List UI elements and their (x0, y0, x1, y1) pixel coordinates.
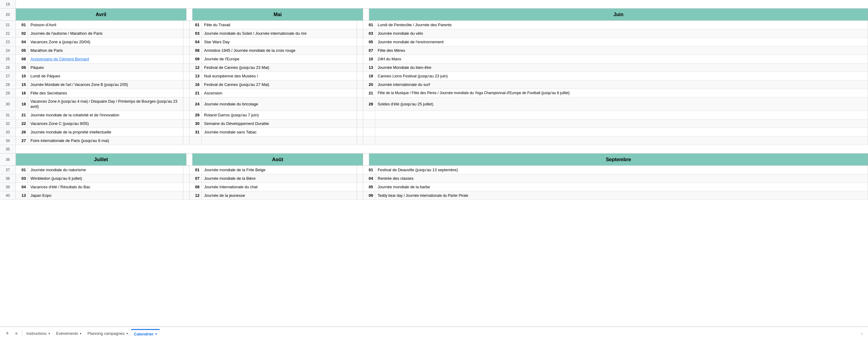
row-21: 21 01 Poisson d'Avril 01 Fête du Travail… (0, 21, 868, 29)
row-24: 24 05 Marathon de Paris 08 Armistice 194… (0, 46, 868, 55)
juin-header: Juin (369, 8, 868, 21)
avril-header: Avril (16, 8, 186, 21)
mai-day-1: 01 (189, 21, 202, 29)
sheet-menu-button[interactable]: ≡ (12, 329, 21, 338)
spreadsheet-container: 19 20 Avril Mai Juin 21 01 Poisson d'Avr… (0, 0, 868, 340)
row-37: 37 01 Journée mondiale du naturisme 01 J… (0, 166, 868, 174)
row-40: 40 13 Japan Expo 12 Journée de la jeunes… (0, 191, 868, 200)
link-anniversaire[interactable]: Anniversaire de Clément Bernard (28, 55, 183, 63)
row-27: 27 10 Lundi de Pâques 13 Nuit européenne… (0, 72, 868, 81)
menu-icon: ≡ (15, 331, 18, 336)
tab-evenements-label: Evénements (56, 331, 78, 336)
juin-event-1: Lundi de Pentecôte / Journée des Parents (375, 21, 868, 29)
tab-planning-arrow: ▾ (126, 332, 128, 335)
tab-evenements-arrow: ▾ (80, 332, 81, 335)
tab-calendrier-arrow: ▾ (155, 332, 157, 336)
row-35: 35 (0, 145, 868, 154)
row-number-20: 20 (0, 8, 16, 21)
row-23: 23 04 Vacances Zone a (jusqu'au 20/04) 0… (0, 38, 868, 46)
gap1 (186, 8, 192, 21)
row-36: 36 Juillet Août Septembre (0, 154, 868, 166)
separator (22, 331, 22, 337)
row-38: 38 03 Wimbledon (jusqu'au 6 juillet) 07 … (0, 174, 868, 183)
row-31: 31 21 Journée mondiale de la créativité … (0, 111, 868, 119)
row-number-21: 21 (0, 21, 16, 29)
juillet-header: Juillet (16, 154, 186, 165)
row-39: 39 04 Vacances d'été / Résultats du Bac … (0, 183, 868, 191)
bottom-bar: + ≡ Instructions ▾ Evénements ▾ Planning… (0, 327, 868, 340)
tab-planning-label: Planning campagnes (87, 331, 124, 336)
tab-evenements[interactable]: Evénements ▾ (53, 329, 84, 338)
add-sheet-button[interactable]: + (2, 329, 12, 338)
mai-header: Mai (192, 8, 363, 21)
row-32: 32 22 Vacances Zone C (jusqu'au 9/05) 30… (0, 119, 868, 128)
tab-instructions-label: Instructions (27, 331, 46, 336)
row-26: 26 09 Pâques 12 Festival de Cannes (jusq… (0, 63, 868, 72)
gap2 (363, 8, 369, 21)
row-19: 19 (0, 0, 868, 8)
sheet-scroll-right[interactable]: › (858, 330, 866, 337)
avril-event-1: Poisson d'Avril (28, 21, 183, 29)
row-34: 34 27 Foire internationale de Paris (jus… (0, 136, 868, 145)
tab-calendrier[interactable]: Calendrier ▾ (131, 329, 160, 338)
row-19-content (16, 0, 868, 8)
remaining-space (0, 200, 868, 327)
row-29: 29 16 Fête des Secrétaires 21 Ascension … (0, 89, 868, 97)
tab-planning[interactable]: Planning campagnes ▾ (84, 329, 131, 338)
row-20: 20 Avril Mai Juin (0, 8, 868, 21)
row-30: 30 18 Vacances Zone A (jusqu'au 4 mai) /… (0, 97, 868, 111)
septembre-header: Septembre (369, 154, 868, 165)
grid-wrapper: 19 20 Avril Mai Juin 21 01 Poisson d'Avr… (0, 0, 868, 327)
row-33: 33 26 Journée mondiale de la propriété i… (0, 128, 868, 136)
row-28: 28 15 Journée Mondiale de l'art / Vacanc… (0, 81, 868, 89)
sheet-nav-right: › (858, 330, 866, 337)
row-number-22: 22 (0, 29, 16, 37)
avril-day-1: 01 (16, 21, 28, 29)
juin-day-1: 01 (363, 21, 375, 29)
tab-instructions-arrow: ▾ (49, 332, 50, 335)
tab-instructions[interactable]: Instructions ▾ (24, 329, 53, 338)
row-22: 22 02 Journée de l'autisme / Marathon de… (0, 29, 868, 38)
mai-event-1: Fête du Travail (202, 21, 357, 29)
aout-header: Août (192, 154, 363, 165)
row-number-19: 19 (0, 0, 16, 8)
row-25: 25 08 Anniversaire de Clément Bernard 09… (0, 55, 868, 63)
tab-calendrier-label: Calendrier (134, 332, 154, 336)
